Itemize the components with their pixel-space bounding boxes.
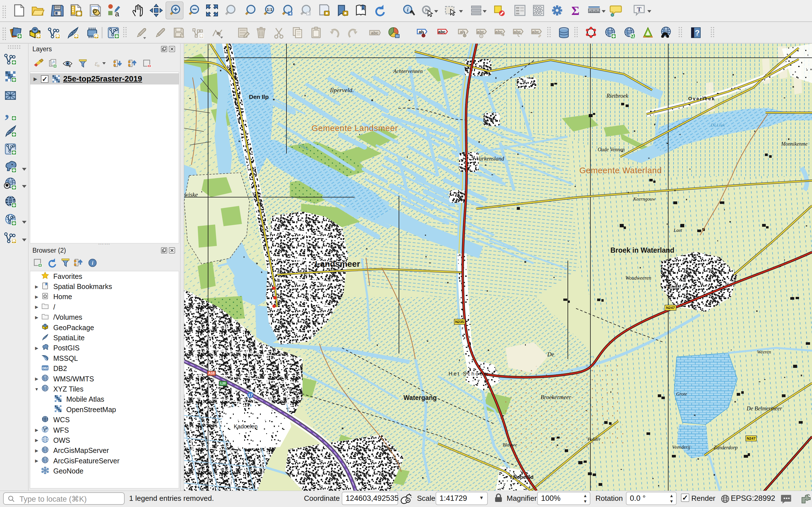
svg-text:De Belmermeer: De Belmermeer	[746, 405, 782, 411]
svg-text:✱: ✱	[11, 237, 16, 244]
svg-text:Woudweeren: Woudweeren	[625, 275, 651, 281]
svg-text:Overleek: Overleek	[688, 96, 715, 101]
svg-text:,: ,	[5, 102, 9, 121]
svg-text:i: i	[92, 260, 94, 266]
svg-text:A10: A10	[208, 371, 214, 375]
svg-text:Binnen: Binnen	[667, 284, 680, 290]
svg-text:De Leek: De Leek	[711, 123, 725, 127]
svg-text:abc: abc	[532, 29, 539, 34]
svg-text:a: a	[115, 10, 119, 18]
svg-text:DB2: DB2	[42, 367, 48, 370]
svg-text:Kadoelen: Kadoelen	[234, 424, 258, 430]
svg-text:abc: abc	[477, 29, 485, 34]
svg-text:Zunderdorp: Zunderdorp	[714, 445, 738, 450]
svg-text:Den Ilp: Den Ilp	[249, 94, 269, 100]
svg-text:Achtervennen: Achtervennen	[393, 68, 423, 74]
svg-text:abc: abc	[495, 29, 503, 34]
svg-text:Keerngouw: Keerngouw	[633, 196, 656, 202]
svg-text:Polder: Polder	[587, 437, 601, 442]
svg-text:Gemeente Landsmeer: Gemeente Landsmeer	[312, 124, 398, 133]
svg-text:Laet: Laet	[673, 228, 682, 233]
svg-text:Broek in Waterland: Broek in Waterland	[610, 246, 674, 254]
svg-text:Ilperveld.: Ilperveld.	[329, 87, 354, 94]
svg-text:17: 17	[248, 393, 253, 397]
svg-text:Monnikenme: Monnikenme	[781, 141, 808, 147]
svg-text:Broekermeer: Broekermeer	[541, 394, 571, 400]
svg-text:✱: ✱	[199, 33, 203, 39]
svg-text:N235: N235	[455, 320, 464, 324]
svg-text:✱: ✱	[74, 33, 79, 39]
svg-text:?: ?	[695, 29, 700, 37]
svg-text:Landsmeer: Landsmeer	[315, 259, 360, 269]
svg-text:'t Nopeind: 't Nopeind	[509, 474, 534, 480]
svg-text:abc: abc	[371, 31, 378, 35]
svg-text:✱: ✱	[94, 33, 99, 39]
svg-text:Σ: Σ	[571, 4, 580, 18]
svg-text:Weeren: Weeren	[757, 349, 771, 355]
svg-text:abc: abc	[438, 29, 446, 34]
svg-text:Varkensland: Varkensland	[476, 156, 504, 162]
svg-text:N247: N247	[747, 436, 755, 441]
svg-text:De: De	[547, 351, 554, 358]
svg-text:Rietbroek: Rietbroek	[606, 93, 628, 99]
svg-text:Grote: Grote	[676, 391, 687, 397]
svg-text:1:1: 1:1	[267, 7, 272, 12]
svg-text:N247: N247	[666, 305, 675, 310]
svg-text:L20: L20	[220, 382, 226, 385]
svg-text:i: i	[407, 6, 409, 13]
svg-text:✱: ✱	[55, 33, 60, 39]
svg-text:Oude Vennen: Oude Vennen	[598, 147, 624, 152]
svg-text:✱: ✱	[36, 33, 41, 39]
svg-text:Watergang: Watergang	[403, 394, 437, 401]
svg-text:T: T	[637, 6, 642, 13]
svg-text:Blauwe: Blauwe	[503, 442, 517, 448]
svg-text:wiske: wiske	[184, 191, 198, 198]
svg-text:Het Schouw: Het Schouw	[449, 371, 489, 377]
svg-text:Gemeente Waterland: Gemeente Waterland	[579, 166, 662, 175]
svg-text:Veenderij: Veenderij	[672, 445, 690, 450]
